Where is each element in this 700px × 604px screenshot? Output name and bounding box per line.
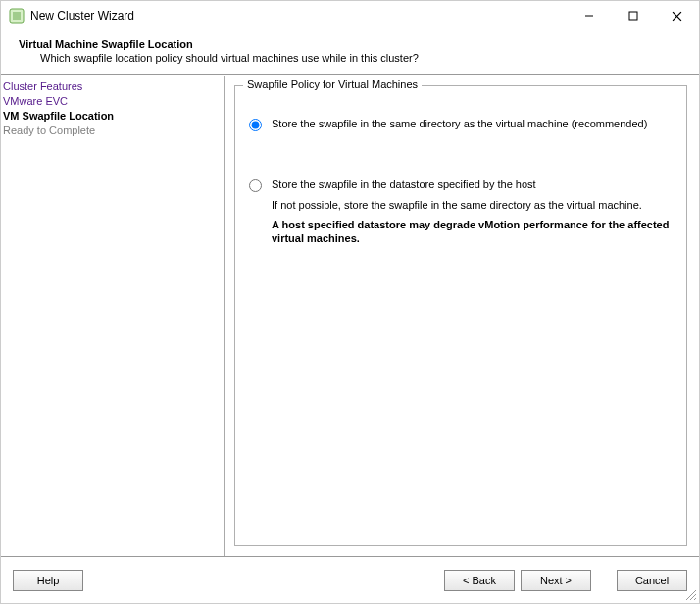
option-host-datastore[interactable]: Store the swapfile in the datastore spec…	[249, 178, 673, 192]
nav-vmware-evc[interactable]: VMware EVC	[1, 94, 224, 109]
wizard-content: Swapfile Policy for Virtual Machines Sto…	[225, 76, 699, 556]
next-button[interactable]: Next >	[521, 570, 591, 591]
wizard-header: Virtual Machine Swapfile Location Which …	[1, 30, 699, 75]
option-host-datastore-label: Store the swapfile in the datastore spec…	[272, 178, 536, 190]
page-title: Virtual Machine Swapfile Location	[19, 38, 687, 50]
maximize-button[interactable]	[611, 1, 655, 30]
page-subtitle: Which swapfile location policy should vi…	[19, 52, 687, 64]
titlebar: New Cluster Wizard	[1, 1, 699, 30]
window-title: New Cluster Wizard	[30, 9, 567, 23]
wizard-window: New Cluster Wizard Virtual Machine Swapf…	[0, 0, 700, 604]
nav-ready-to-complete: Ready to Complete	[1, 124, 224, 138]
back-button[interactable]: < Back	[444, 570, 515, 591]
svg-line-8	[694, 598, 696, 600]
group-title: Swapfile Policy for Virtual Machines	[243, 78, 422, 90]
cancel-button[interactable]: Cancel	[617, 570, 687, 591]
wizard-footer: Help < Back Next > Cancel	[1, 556, 699, 603]
option-host-datastore-sub: If not possible, store the swapfile in t…	[272, 198, 673, 212]
radio-host-datastore[interactable]	[249, 179, 262, 192]
option-host-datastore-warning: A host specified datastore may degrade v…	[272, 218, 673, 245]
app-icon	[9, 8, 25, 24]
option-same-directory-label: Store the swapfile in the same directory…	[272, 118, 647, 129]
wizard-nav: Cluster Features VMware EVC VM Swapfile …	[1, 76, 225, 556]
option-same-directory[interactable]: Store the swapfile in the same directory…	[249, 118, 673, 131]
close-button[interactable]	[655, 1, 699, 30]
nav-cluster-features[interactable]: Cluster Features	[1, 79, 224, 94]
minimize-button[interactable]	[567, 1, 611, 30]
resize-grip-icon[interactable]	[683, 587, 697, 601]
radio-same-directory[interactable]	[249, 119, 262, 131]
wizard-body: Cluster Features VMware EVC VM Swapfile …	[1, 75, 699, 556]
window-controls	[567, 1, 699, 30]
nav-vm-swapfile-location: VM Swapfile Location	[1, 109, 224, 124]
swapfile-policy-group: Swapfile Policy for Virtual Machines Sto…	[234, 85, 687, 546]
svg-rect-1	[13, 12, 21, 20]
help-button[interactable]: Help	[13, 570, 83, 591]
svg-rect-3	[629, 12, 637, 20]
